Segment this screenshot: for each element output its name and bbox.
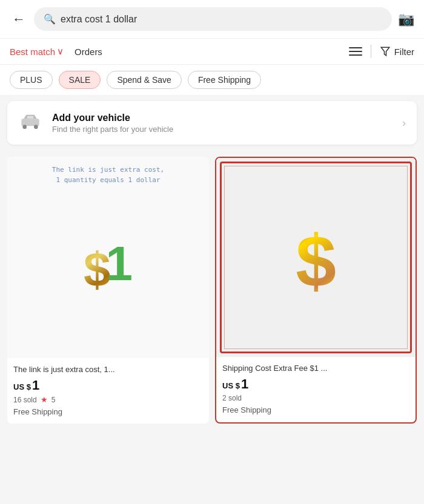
product-1-image: The link is just extra cost, 1 quantity …: [7, 157, 209, 358]
sort-line-1: [349, 47, 362, 48]
search-query-text: extra cost 1 dollar: [61, 14, 382, 25]
chip-plus-label: PLUS: [20, 75, 42, 85]
star-icon-1: ★: [41, 395, 48, 404]
camera-button[interactable]: 📷: [398, 11, 414, 27]
card2-dollar-sign: $: [296, 224, 336, 297]
chip-spend-save-label: Spend & Save: [117, 75, 171, 85]
svg-marker-0: [381, 47, 389, 56]
product-card-1[interactable]: The link is just extra cost, 1 quantity …: [7, 157, 209, 424]
card1-one-number: 1: [106, 236, 133, 292]
chip-sale[interactable]: SALE: [59, 71, 101, 89]
chips-bar: PLUS SALE Spend & Save Free Shipping: [0, 64, 424, 95]
product-2-currency: US $: [222, 381, 240, 390]
car-icon: [18, 111, 42, 135]
chevron-right-icon: ›: [402, 117, 406, 129]
svg-point-3: [34, 125, 38, 129]
product-2-free-shipping: Free Shipping: [222, 405, 409, 414]
product-2-image: $: [216, 158, 416, 357]
vehicle-title: Add your vehicle: [52, 113, 393, 123]
header: ← 🔍 extra cost 1 dollar 📷: [0, 0, 424, 38]
filter-button[interactable]: Filter: [380, 46, 414, 57]
product-1-currency: US $: [13, 382, 31, 391]
vehicle-subtitle: Find the right parts for your vehicle: [52, 125, 393, 134]
sort-lines-button[interactable]: [349, 47, 362, 56]
best-match-button[interactable]: Best match ∨: [10, 46, 64, 57]
product-2-price-row: US $ 1: [222, 378, 409, 391]
sort-line-2: [349, 51, 362, 52]
product-grid: The link is just extra cost, 1 quantity …: [0, 151, 424, 436]
product-1-free-shipping: Free Shipping: [13, 407, 203, 416]
chip-free-shipping-label: Free Shipping: [198, 75, 251, 85]
product-1-title: The link is just extra cost, 1...: [13, 364, 203, 375]
product-1-amount: 1: [32, 379, 39, 392]
product-card-2[interactable]: $ Shipping Cost Extra Fee $1 ... US $ 1 …: [215, 157, 417, 424]
product-2-sold-row: 2 sold: [222, 394, 409, 402]
vehicle-banner[interactable]: Add your vehicle Find the right parts fo…: [7, 101, 417, 145]
card2-image-content: $: [216, 158, 416, 357]
sort-right-controls: Filter: [349, 45, 414, 58]
orders-button[interactable]: Orders: [75, 47, 102, 57]
product-1-sold: 16 sold: [13, 396, 37, 404]
svg-point-2: [22, 125, 27, 129]
vehicle-text: Add your vehicle Find the right parts fo…: [52, 113, 393, 134]
product-2-title: Shipping Cost Extra Fee $1 ...: [222, 363, 409, 374]
card1-image-content: The link is just extra cost, 1 quantity …: [7, 157, 209, 358]
card1-price-display: $ 1: [84, 224, 133, 292]
chip-plus[interactable]: PLUS: [10, 71, 53, 89]
product-2-amount: 1: [241, 378, 248, 391]
chevron-down-icon: ∨: [57, 46, 64, 57]
back-button[interactable]: ←: [10, 9, 28, 30]
product-2-sold: 2 sold: [222, 394, 242, 402]
chip-sale-label: SALE: [69, 75, 91, 85]
svg-rect-4: [27, 116, 34, 119]
filter-icon: [380, 46, 391, 57]
product-2-info: Shipping Cost Extra Fee $1 ... US $ 1 2 …: [216, 357, 416, 422]
chip-spend-save[interactable]: Spend & Save: [107, 71, 182, 89]
product-1-sold-row: 16 sold ★ 5: [13, 395, 203, 404]
product-1-info: The link is just extra cost, 1... US $ 1…: [7, 358, 209, 424]
search-icon: 🔍: [44, 13, 56, 25]
search-bar[interactable]: 🔍 extra cost 1 dollar: [34, 7, 392, 31]
chip-free-shipping[interactable]: Free Shipping: [188, 71, 261, 89]
product-1-rating: 5: [51, 396, 56, 404]
filter-label: Filter: [394, 47, 414, 57]
divider: [371, 45, 371, 58]
sort-bar: Best match ∨ Orders Filter: [0, 38, 424, 64]
card1-overlay-text: The link is just extra cost, 1 quantity …: [7, 165, 209, 185]
sort-line-3: [349, 54, 362, 56]
best-match-label: Best match: [10, 47, 55, 57]
product-1-price-row: US $ 1: [13, 379, 203, 392]
